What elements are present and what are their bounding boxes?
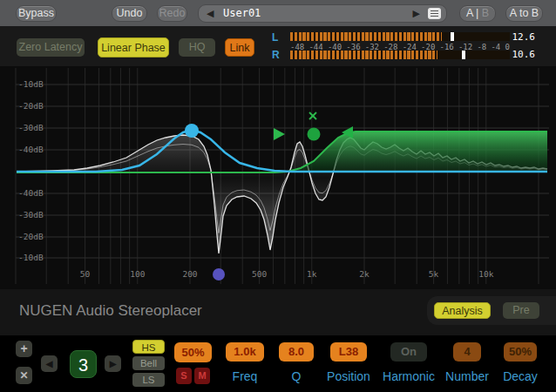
number-value-control[interactable]: 4: [453, 342, 481, 362]
hq-button[interactable]: HQ: [179, 38, 215, 57]
q-value-control[interactable]: 8.0: [279, 342, 314, 362]
options-row: Zero Latency Linear Phase HQ Link L R -4…: [0, 26, 556, 66]
right-level-meter: [290, 51, 510, 59]
ab-compare-button[interactable]: A | B: [459, 5, 496, 22]
position-label: Position: [322, 369, 376, 383]
preset-selector[interactable]: ◀ User01 ▶: [198, 4, 447, 23]
axis-label: 200: [182, 269, 197, 279]
axis-label: -10dB: [18, 253, 44, 262]
footer-row: NUGEN Audio Stereoplacer Analysis Pre: [0, 289, 556, 335]
preset-menu-icon[interactable]: [428, 8, 441, 19]
right-meter-peak: [462, 51, 465, 59]
add-band-button[interactable]: +: [16, 341, 32, 357]
green-play-marker[interactable]: [274, 128, 285, 140]
zero-latency-button[interactable]: Zero Latency: [17, 38, 85, 57]
harmonic-label: Harmonic: [378, 369, 439, 383]
green-band-handle[interactable]: [308, 128, 321, 141]
axis-label: -10dB: [18, 79, 44, 89]
prev-band-button[interactable]: ◀: [41, 355, 58, 372]
undo-button[interactable]: Undo: [112, 5, 147, 22]
redo-button[interactable]: Redo: [157, 5, 187, 22]
plugin-title: NUGEN Audio Stereoplacer: [19, 302, 202, 320]
harmonic-toggle[interactable]: On: [390, 342, 427, 362]
axis-label: -20dB: [18, 101, 44, 111]
frequency-graph[interactable]: -10dB-20dB-30dB-40dB-40dB-30dB-20dB-10dB…: [0, 66, 556, 289]
linear-phase-button[interactable]: Linear Phase: [98, 37, 169, 57]
freq-value-control[interactable]: 1.0k: [226, 342, 264, 362]
freq-label: Freq: [226, 369, 264, 383]
axis-label: -20dB: [18, 232, 44, 241]
band-number-display: 3: [70, 350, 97, 378]
solo-button[interactable]: S: [176, 368, 192, 384]
filter-type-ls-button[interactable]: LS: [132, 373, 165, 387]
a-to-b-button[interactable]: A to B: [505, 5, 543, 22]
left-channel-label: L: [272, 31, 284, 44]
right-meter-fill: [290, 51, 437, 59]
filter-type-hs-button[interactable]: HS: [132, 340, 165, 354]
left-meter-fill: [290, 32, 442, 41]
preset-prev-icon[interactable]: ◀: [207, 5, 214, 22]
decay-label: Decay: [495, 369, 546, 383]
left-meter-peak: [451, 32, 454, 41]
axis-label: -30dB: [18, 210, 44, 220]
mute-button[interactable]: M: [194, 368, 210, 384]
axis-label: -40dB: [18, 145, 44, 154]
axis-label: -30dB: [18, 123, 44, 132]
filter-type-bell-button[interactable]: Bell: [132, 356, 165, 370]
axis-label: 500: [252, 269, 267, 279]
ab-b-label: B: [482, 7, 489, 19]
number-label: Number: [439, 369, 495, 383]
q-label: Q: [279, 369, 314, 383]
axis-label: 50: [80, 269, 91, 279]
preset-name: User01: [223, 5, 261, 22]
right-channel-label: R: [272, 49, 284, 61]
axis-label: -40dB: [18, 188, 44, 198]
left-meter-readout: 12.6: [500, 31, 535, 43]
right-meter-readout: 10.6: [500, 49, 535, 60]
preset-bar: Bypass Undo Redo ◀ User01 ▶ A | B A to B: [0, 0, 556, 26]
analysis-group: Analysis Pre: [427, 296, 556, 325]
remove-band-button[interactable]: ✕: [16, 367, 32, 384]
axis-label: 100: [130, 269, 145, 279]
left-level-meter: [290, 32, 510, 41]
position-value-control[interactable]: L38: [330, 342, 367, 362]
mix-amount-control[interactable]: 50%: [174, 342, 212, 362]
next-band-button[interactable]: ▶: [105, 355, 121, 372]
axis-label: 10k: [478, 269, 493, 279]
blue-band-handle[interactable]: [185, 124, 199, 138]
decay-value-control[interactable]: 50%: [504, 342, 537, 362]
eq-graph-svg[interactable]: -10dB-20dB-30dB-40dB-40dB-30dB-20dB-10dB…: [0, 66, 556, 289]
bypass-button[interactable]: Bypass: [16, 5, 57, 22]
axis-label: 1k: [307, 269, 317, 279]
axis-label: 5k: [429, 269, 439, 279]
pre-button[interactable]: Pre: [503, 302, 539, 319]
ab-a-label: A |: [466, 7, 478, 19]
link-button[interactable]: Link: [225, 38, 254, 57]
analysis-button[interactable]: Analysis: [434, 302, 491, 319]
purple-band-handle[interactable]: [213, 268, 225, 280]
preset-next-icon[interactable]: ▶: [413, 5, 420, 22]
band-controls: + ✕ ◀ 3 ▶ HS Bell LS 50% S M 1.0k Freq 8…: [0, 335, 556, 392]
axis-label: 2k: [359, 269, 370, 279]
stereoplacer-window: Bypass Undo Redo ◀ User01 ▶ A | B A to B…: [0, 0, 556, 392]
